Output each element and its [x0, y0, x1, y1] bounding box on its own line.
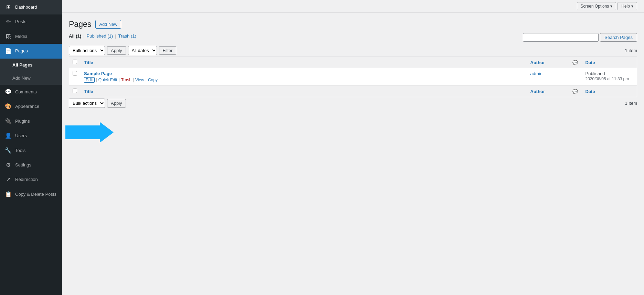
appearance-icon: 🎨 [5, 103, 12, 110]
pages-table: Title Author 💬 Date [69, 57, 637, 86]
sidebar-item-dashboard[interactable]: ⊞ Dashboard [0, 0, 62, 14]
filter-links: All (1) | Published (1) | Trash (1) [69, 33, 136, 39]
pages-icon: 📄 [5, 47, 12, 55]
select-all-checkbox[interactable] [73, 60, 77, 64]
page-title: Pages [69, 20, 91, 29]
all-dates-select[interactable]: All dates [128, 46, 157, 55]
table-wrapper: Title Author 💬 Date [69, 57, 637, 86]
filter-button[interactable]: Filter [159, 46, 177, 55]
apply-top-button[interactable]: Apply [107, 46, 126, 55]
view-action-link[interactable]: View [135, 78, 144, 82]
bottom-date-sort-link[interactable]: Date [585, 89, 595, 94]
sidebar-item-tools[interactable]: 🔧 Tools [0, 143, 62, 158]
tools-icon: 🔧 [5, 147, 12, 154]
published-filter-link[interactable]: Published (1) [87, 33, 113, 39]
comments-icon: 💬 [5, 88, 12, 96]
bottom-title-header[interactable]: Title [81, 86, 527, 97]
page-title-link[interactable]: Sample Page [84, 71, 524, 76]
main-content: Screen Options ▾ Help ▾ Pages Add New Al… [62, 0, 644, 295]
sidebar-item-add-new[interactable]: Add New [0, 72, 62, 85]
annotation-arrow [65, 122, 114, 143]
sidebar-item-media[interactable]: 🖼 Media [0, 29, 62, 44]
search-pages-button[interactable]: Search Pages [600, 33, 637, 42]
chevron-down-icon: ▾ [610, 4, 612, 9]
dashboard-icon: ⊞ [5, 3, 12, 11]
sidebar-item-users[interactable]: 👤 Users [0, 129, 62, 143]
comments-header-icon: 💬 [572, 60, 578, 65]
bottom-select-all-header [69, 86, 81, 97]
quick-edit-action-link[interactable]: Quick Edit [98, 78, 117, 82]
bottom-title-sort-link[interactable]: Title [84, 89, 93, 94]
sidebar: ⊞ Dashboard ✏ Posts 🖼 Media 📄 Pages All … [0, 0, 62, 295]
row-author-cell: admin [527, 68, 568, 86]
row-checkbox-cell [69, 68, 81, 86]
trash-filter-link[interactable]: Trash (1) [118, 33, 136, 39]
row-title-cell: Sample Page Edit | Quick Edit | Trash | … [81, 68, 527, 86]
copy-action-link[interactable]: Copy [148, 78, 158, 82]
bottom-item-count: 1 item [625, 101, 637, 106]
bulk-actions-bottom-select[interactable]: Bulk actions [69, 99, 105, 108]
title-column-header[interactable]: Title [81, 57, 527, 68]
edit-action-link[interactable]: Edit [84, 77, 95, 83]
bulk-actions-top-select[interactable]: Bulk actions [69, 46, 105, 55]
bottom-header-row: Title Author 💬 Date [69, 86, 637, 97]
sidebar-item-pages[interactable]: 📄 Pages [0, 44, 62, 58]
table-header-row: Title Author 💬 Date [69, 57, 637, 68]
posts-icon: ✏ [5, 18, 12, 26]
copy-delete-icon: 📋 [5, 191, 12, 198]
media-icon: 🖼 [5, 33, 12, 40]
select-all-header [69, 57, 81, 68]
title-sort-link[interactable]: Title [84, 60, 93, 65]
content-area: Pages Add New All (1) | Published (1) | … [62, 13, 644, 295]
row-checkbox[interactable] [73, 71, 77, 75]
bottom-comments-icon: 💬 [572, 89, 578, 94]
plugins-icon: 🔌 [5, 118, 12, 125]
comments-column-header: 💬 [568, 57, 582, 68]
help-button[interactable]: Help ▾ [617, 2, 637, 10]
search-input[interactable] [523, 33, 599, 42]
date-column-header[interactable]: Date [582, 57, 637, 68]
topbar: Screen Options ▾ Help ▾ [62, 0, 644, 13]
screen-options-button[interactable]: Screen Options ▾ [577, 2, 616, 10]
sidebar-item-posts[interactable]: ✏ Posts [0, 14, 62, 29]
trash-action-link[interactable]: Trash [121, 78, 131, 82]
pages-submenu: All Pages Add New [0, 59, 62, 85]
sidebar-item-settings[interactable]: ⚙ Settings [0, 158, 62, 172]
sidebar-item-copy-delete[interactable]: 📋 Copy & Delete Posts [0, 187, 62, 202]
bottom-toolbar: Bulk actions Apply 1 item [69, 99, 637, 108]
add-new-button[interactable]: Add New [95, 20, 121, 29]
sidebar-item-all-pages[interactable]: All Pages [0, 59, 62, 72]
bottom-select-all-checkbox[interactable] [73, 89, 77, 93]
apply-bottom-button[interactable]: Apply [107, 99, 126, 108]
bottom-comments-header: 💬 [568, 86, 582, 97]
table-row: Sample Page Edit | Quick Edit | Trash | … [69, 68, 637, 86]
top-toolbar: Bulk actions Apply All dates Filter 1 it… [69, 46, 637, 55]
settings-icon: ⚙ [5, 161, 12, 169]
author-column-header: Author [527, 57, 568, 68]
page-header: Pages Add New [69, 20, 637, 29]
redirection-icon: ↗ [5, 176, 12, 183]
chevron-down-icon: ▾ [631, 4, 633, 9]
top-item-count: 1 item [625, 48, 637, 53]
bottom-date-header[interactable]: Date [582, 86, 637, 97]
published-date: 2020/08/05 at 11:33 pm [585, 77, 629, 81]
sidebar-item-redirection[interactable]: ↗ Redirection [0, 172, 62, 187]
svg-marker-0 [65, 122, 114, 143]
row-comments-cell: — [568, 68, 582, 86]
sidebar-item-appearance[interactable]: 🎨 Appearance [0, 99, 62, 114]
row-actions: Edit | Quick Edit | Trash | View | Copy [84, 77, 524, 83]
row-date-cell: Published 2020/08/05 at 11:33 pm [582, 68, 637, 86]
bottom-header-table: Title Author 💬 Date [69, 86, 637, 97]
bottom-author-header: Author [527, 86, 568, 97]
author-link[interactable]: admin [530, 71, 542, 76]
users-icon: 👤 [5, 132, 12, 140]
sidebar-item-plugins[interactable]: 🔌 Plugins [0, 114, 62, 129]
search-area: Search Pages [523, 33, 637, 42]
published-status: Published [585, 71, 605, 76]
sidebar-item-comments[interactable]: 💬 Comments [0, 85, 62, 99]
date-sort-link[interactable]: Date [585, 60, 595, 65]
all-filter-link[interactable]: All (1) [69, 33, 81, 39]
